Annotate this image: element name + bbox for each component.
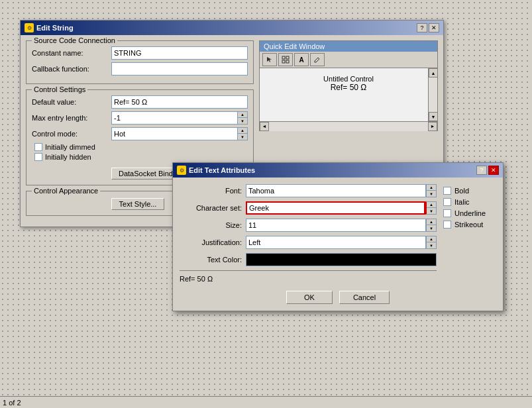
edit-string-title: Edit String <box>36 24 74 32</box>
max-entry-label: Max entry length: <box>32 114 111 122</box>
page-info: 1 of 2 <box>3 399 21 407</box>
titlebar-controls: ? ✕ <box>417 23 439 32</box>
svg-rect-1 <box>286 56 289 59</box>
character-set-label: Character set: <box>180 204 246 212</box>
vertical-scrollbar[interactable]: ▲ ▼ <box>428 68 437 121</box>
scroll-up-arrow[interactable]: ▲ <box>429 68 437 77</box>
strikeout-row: Strikeout <box>443 221 496 229</box>
character-set-spinner-btns: ▲ ▼ <box>425 201 437 215</box>
strikeout-label: Strikeout <box>454 221 483 229</box>
edit-string-titlebar: ⚙ Edit String ? ✕ <box>21 21 443 35</box>
size-input[interactable] <box>246 219 426 232</box>
untitled-control-text: Untitled Control <box>260 68 437 83</box>
font-input[interactable] <box>246 184 426 197</box>
character-set-spinner-wrap: ▲ ▼ <box>246 201 437 215</box>
svg-rect-0 <box>282 56 285 59</box>
control-appearance-title: Control Appearance <box>32 187 100 195</box>
constant-name-label: Constant name: <box>32 49 111 57</box>
size-up[interactable]: ▲ <box>427 219 436 225</box>
constant-name-input[interactable] <box>111 46 248 60</box>
size-row: Size: ▲ ▼ <box>180 219 437 232</box>
font-spinner-wrap: ▲ ▼ <box>246 184 437 197</box>
scroll-left-arrow[interactable]: ◄ <box>260 122 269 131</box>
font-up[interactable]: ▲ <box>427 185 436 191</box>
initially-hidden-checkbox[interactable] <box>34 153 42 161</box>
control-mode-down[interactable]: ▼ <box>238 134 247 140</box>
default-value-input[interactable] <box>111 95 248 109</box>
justification-label: Justification: <box>180 238 246 246</box>
underline-checkbox[interactable] <box>443 209 451 217</box>
horizontal-scrollbar[interactable]: ◄ ► <box>260 121 437 130</box>
max-entry-down[interactable]: ▼ <box>238 118 247 124</box>
cancel-button[interactable]: Cancel <box>339 291 390 304</box>
callback-row: Callback function: <box>32 62 248 76</box>
size-spinner-wrap: ▲ ▼ <box>246 219 437 232</box>
text-color-swatch[interactable] <box>246 253 437 266</box>
italic-checkbox[interactable] <box>443 198 451 206</box>
underline-label: Underline <box>454 209 486 217</box>
max-entry-input[interactable] <box>111 111 237 125</box>
callback-label: Callback function: <box>32 65 111 73</box>
ok-button[interactable]: OK <box>286 291 333 304</box>
strikeout-checkbox[interactable] <box>443 221 451 229</box>
quick-edit-window: Quick Edit Window <box>259 40 438 131</box>
initially-dimmed-checkbox[interactable] <box>34 143 42 151</box>
svg-rect-3 <box>286 60 289 63</box>
edit-text-dialog: ⚙ Edit Text Attributes ? ✕ Font: ▲ ▼ <box>172 162 504 311</box>
character-set-up[interactable]: ▲ <box>427 202 436 208</box>
font-spinner-btns: ▲ ▼ <box>426 184 437 197</box>
italic-row: Italic <box>443 198 496 206</box>
control-settings-title: Control Settings <box>32 85 87 93</box>
toolbar-text-icon: A <box>299 56 303 64</box>
scroll-right-arrow[interactable]: ► <box>428 122 437 131</box>
help-button[interactable]: ? <box>417 23 427 32</box>
font-down[interactable]: ▼ <box>427 191 436 197</box>
edit-text-help-btn[interactable]: ? <box>476 166 487 175</box>
max-entry-up[interactable]: ▲ <box>238 112 247 118</box>
svg-rect-2 <box>282 60 285 63</box>
source-code-group: Source Code Connection Constant name: Ca… <box>26 40 254 84</box>
quick-edit-titlebar: Quick Edit Window <box>260 41 437 52</box>
control-mode-up[interactable]: ▲ <box>238 128 247 134</box>
edit-text-title: Edit Text Attributes <box>189 166 255 174</box>
initially-dimmed-row: Initially dimmed <box>32 143 248 151</box>
justification-down[interactable]: ▼ <box>427 242 436 248</box>
edit-text-titlebar-left: ⚙ Edit Text Attributes <box>177 166 255 175</box>
max-entry-row: Max entry length: ▲ ▼ <box>32 111 248 125</box>
toolbar-text-btn[interactable]: A <box>294 53 309 66</box>
bold-checkbox[interactable] <box>443 187 451 195</box>
max-entry-spinner-buttons: ▲ ▼ <box>237 111 248 125</box>
font-label: Font: <box>180 187 246 195</box>
text-color-row: Text Color: <box>180 253 437 266</box>
default-value-label: Default value: <box>32 98 111 106</box>
toolbar-pointer-btn[interactable] <box>262 53 277 66</box>
edit-text-icon: ⚙ <box>177 166 186 175</box>
character-set-down[interactable]: ▼ <box>427 208 436 214</box>
control-mode-label: Control mode: <box>32 130 111 138</box>
ref-value-text: Ref= 50 Ω <box>260 83 437 92</box>
scroll-down-arrow[interactable]: ▼ <box>429 112 437 121</box>
toolbar-edit-btn[interactable] <box>310 53 325 66</box>
edit-text-close-btn[interactable]: ✕ <box>488 166 499 175</box>
control-mode-spinner: ▲ ▼ <box>111 127 248 140</box>
justification-up[interactable]: ▲ <box>427 236 436 242</box>
quick-edit-title: Quick Edit Window <box>264 42 325 50</box>
edit-text-buttons: OK Cancel <box>180 291 496 304</box>
character-set-input[interactable] <box>246 201 425 215</box>
callback-input[interactable] <box>111 62 248 76</box>
size-down[interactable]: ▼ <box>427 225 436 231</box>
size-spinner-btns: ▲ ▼ <box>426 219 437 232</box>
toolbar-grid-btn[interactable] <box>278 53 293 66</box>
control-mode-spinner-buttons: ▲ ▼ <box>237 127 248 140</box>
text-style-button[interactable]: Text Style... <box>111 198 164 210</box>
constant-name-row: Constant name: <box>32 46 248 60</box>
edit-text-right-panel: Bold Italic Underline Strikeout <box>443 184 496 283</box>
justification-spinner-btns: ▲ ▼ <box>426 236 437 249</box>
justification-input[interactable] <box>246 236 426 249</box>
text-color-label: Text Color: <box>180 256 246 264</box>
control-mode-input[interactable] <box>111 127 237 140</box>
max-entry-spinner: ▲ ▼ <box>111 111 248 125</box>
close-button[interactable]: ✕ <box>429 23 439 32</box>
font-row: Font: ▲ ▼ <box>180 184 437 197</box>
edit-text-left-panel: Font: ▲ ▼ Character set: <box>180 184 437 283</box>
